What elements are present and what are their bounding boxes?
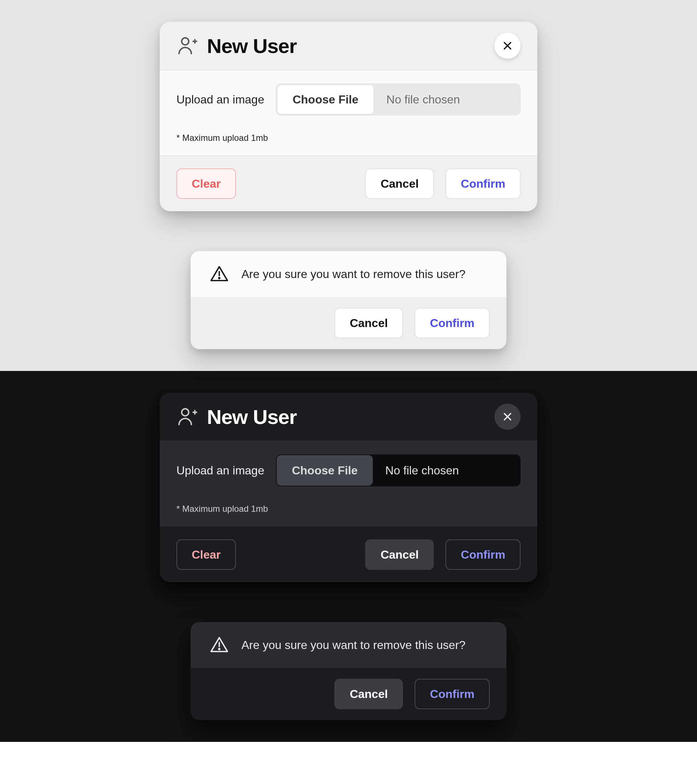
svg-point-6 (219, 278, 220, 279)
choose-file-button[interactable]: Choose File (277, 84, 374, 114)
file-picker: Choose File No file chosen (276, 455, 521, 486)
confirm-button[interactable]: Confirm (415, 308, 490, 338)
cancel-button[interactable]: Cancel (365, 539, 434, 570)
clear-button[interactable]: Clear (176, 168, 236, 199)
file-status: No file chosen (374, 455, 521, 486)
warning-icon (209, 635, 229, 655)
dialog-body: Are you sure you want to remove this use… (191, 251, 506, 297)
close-button[interactable] (494, 33, 521, 59)
confirm-button[interactable]: Confirm (445, 539, 521, 570)
svg-point-0 (182, 38, 189, 44)
dialog-body: Are you sure you want to remove this use… (191, 622, 506, 668)
upload-label: Upload an image (176, 93, 264, 106)
user-plus-icon (176, 35, 198, 56)
cancel-button[interactable]: Cancel (334, 679, 403, 709)
upload-label: Upload an image (176, 464, 264, 477)
dialog-footer: Cancel Confirm (191, 668, 506, 720)
remove-user-dialog: Are you sure you want to remove this use… (191, 251, 506, 349)
file-status: No file chosen (375, 84, 520, 115)
new-user-dialog: New User Upload an image Choose File No … (160, 22, 537, 211)
cancel-button[interactable]: Cancel (334, 308, 403, 338)
dialog-body: Upload an image Choose File No file chos… (160, 71, 537, 156)
clear-button[interactable]: Clear (176, 539, 236, 570)
user-plus-icon (176, 406, 198, 427)
upload-hint: * Maximum upload 1mb (176, 504, 521, 514)
dialog-title: New User (207, 405, 494, 429)
svg-point-13 (219, 649, 220, 650)
confirm-question: Are you sure you want to remove this use… (241, 639, 465, 652)
dialog-header: New User (160, 393, 537, 441)
dark-theme-panel: New User Upload an image Choose File No … (0, 371, 697, 742)
upload-hint: * Maximum upload 1mb (176, 133, 521, 143)
close-icon (502, 40, 513, 51)
dialog-footer: Clear Cancel Confirm (160, 527, 537, 582)
dialog-title: New User (207, 34, 494, 58)
confirm-button[interactable]: Confirm (445, 168, 521, 199)
dialog-footer: Cancel Confirm (191, 297, 506, 349)
close-button[interactable] (494, 404, 521, 430)
dialog-body: Upload an image Choose File No file chos… (160, 441, 537, 527)
upload-row: Upload an image Choose File No file chos… (176, 455, 521, 486)
cancel-button[interactable]: Cancel (365, 168, 434, 199)
choose-file-button[interactable]: Choose File (277, 455, 373, 486)
svg-point-7 (182, 409, 189, 416)
close-icon (502, 411, 513, 422)
dialog-header: New User (160, 22, 537, 71)
confirm-button[interactable]: Confirm (415, 679, 490, 709)
remove-user-dialog: Are you sure you want to remove this use… (191, 622, 506, 720)
light-theme-panel: New User Upload an image Choose File No … (0, 0, 697, 371)
file-picker: Choose File No file chosen (276, 84, 521, 115)
dialog-footer: Clear Cancel Confirm (160, 156, 537, 211)
warning-icon (209, 264, 229, 284)
new-user-dialog: New User Upload an image Choose File No … (160, 393, 537, 582)
confirm-question: Are you sure you want to remove this use… (241, 267, 465, 281)
upload-row: Upload an image Choose File No file chos… (176, 84, 521, 115)
